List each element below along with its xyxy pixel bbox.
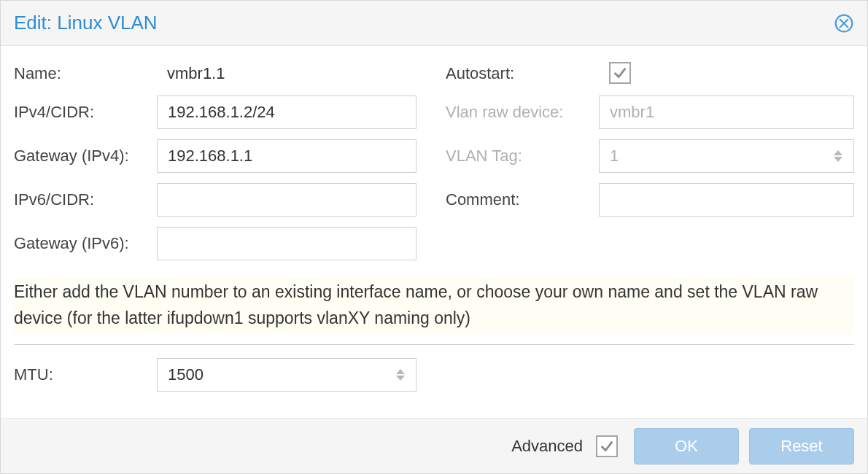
input-gateway6[interactable] — [157, 227, 416, 260]
input-vlan-raw-device — [599, 96, 854, 129]
dialog-body: Name: vmbr1.1 Autostart: IPv4/CIDR: Vlan… — [1, 46, 867, 418]
hint-text: Either add the VLAN number to an existin… — [14, 276, 854, 334]
input-mtu[interactable] — [157, 358, 416, 392]
label-mtu: MTU: — [14, 365, 157, 384]
ok-button[interactable]: OK — [634, 428, 739, 465]
label-advanced: Advanced — [511, 437, 583, 456]
separator — [14, 344, 854, 345]
checkmark-icon — [612, 65, 628, 81]
input-gateway4[interactable] — [157, 139, 416, 173]
label-ipv6cidr: IPv6/CIDR: — [14, 190, 157, 209]
label-vlan-tag: VLAN Tag: — [446, 147, 599, 166]
label-gateway6: Gateway (IPv6): — [14, 234, 157, 253]
label-name: Name: — [14, 64, 157, 83]
value-name: vmbr1.1 — [157, 64, 416, 83]
label-gateway4: Gateway (IPv4): — [14, 147, 157, 166]
checkmark-icon — [599, 438, 615, 454]
dialog-title: Edit: Linux VLAN — [14, 12, 834, 34]
reset-button[interactable]: Reset — [749, 428, 854, 465]
label-ipv4cidr: IPv4/CIDR: — [14, 103, 157, 122]
dialog-edit-linux-vlan: Edit: Linux VLAN Name: vmbr1.1 Autostart… — [0, 0, 868, 474]
input-comment[interactable] — [599, 183, 854, 217]
close-icon — [834, 13, 854, 34]
dialog-titlebar: Edit: Linux VLAN — [1, 1, 867, 46]
close-button[interactable] — [834, 13, 854, 34]
dialog-footer: Advanced OK Reset — [1, 418, 867, 473]
label-comment: Comment: — [446, 190, 599, 209]
label-vlan-raw-device: Vlan raw device: — [446, 103, 599, 122]
label-autostart: Autostart: — [446, 64, 599, 83]
input-ipv4cidr[interactable] — [157, 96, 416, 129]
input-vlan-tag — [599, 139, 854, 173]
checkbox-autostart[interactable] — [609, 62, 631, 84]
input-ipv6cidr[interactable] — [157, 183, 416, 217]
checkbox-advanced[interactable] — [596, 435, 618, 457]
